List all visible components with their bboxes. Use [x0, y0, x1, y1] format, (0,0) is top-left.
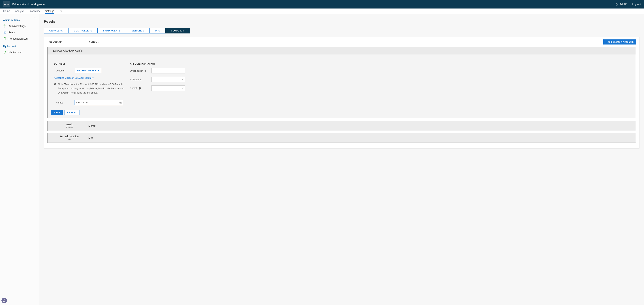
main-nav: Home Analysis Inventory Settings [0, 9, 644, 14]
row-subtitle: Mist [50, 138, 88, 141]
secret-label: Secret: ? [130, 87, 149, 90]
dark-mode-toggle[interactable]: DARK [616, 3, 627, 6]
tab-controllers[interactable]: CONTROLLERS [68, 28, 98, 34]
sidebar-item-remediation-log[interactable]: Remediation Log [0, 36, 39, 42]
contact-card-icon [119, 101, 122, 104]
add-cloud-api-config-button[interactable]: + ADD CLOUD API CONFIG [603, 40, 636, 45]
brand-logo: vmw [3, 1, 10, 8]
svg-rect-7 [4, 38, 6, 40]
sidebar-section-admin: Admin Settings [0, 16, 39, 23]
svg-point-16 [182, 88, 182, 89]
svg-point-12 [120, 102, 121, 103]
top-header: vmw Edge Network Intelligence DARK Log o… [0, 0, 644, 9]
bell-icon [3, 51, 6, 54]
sidebar-collapse-button[interactable] [34, 16, 37, 20]
api-config-column: API CONFIGURATION: Organization Id: API … [127, 63, 632, 109]
sidebar-item-admin-settings[interactable]: Admin Settings [0, 23, 39, 29]
search-button[interactable] [59, 9, 62, 14]
vendors-dropdown[interactable]: MICROSOFT 365 [75, 68, 102, 73]
moon-icon [616, 3, 618, 6]
nav-home[interactable]: Home [3, 9, 10, 14]
note-text: Note: To activate the Microsoft 365 API,… [58, 82, 124, 95]
cancel-button[interactable]: CANCEL [64, 110, 80, 115]
authorize-link[interactable]: Authorize Microsoft 365 Application [54, 77, 94, 79]
edit-block-title: Edit/Add Cloud API Config [48, 47, 636, 55]
name-input[interactable] [74, 100, 123, 105]
help-fab[interactable] [2, 298, 7, 303]
chat-icon [3, 299, 6, 302]
save-button[interactable]: SAVE [51, 110, 63, 115]
details-title: DETAILS: [54, 63, 124, 65]
org-id-input[interactable] [152, 68, 185, 74]
details-column: DETAILS: Vendors: MICROSOFT 365 A [51, 63, 127, 109]
sidebar-item-my-account[interactable]: My Account [0, 49, 39, 55]
external-link-icon [92, 77, 94, 79]
key-icon [182, 87, 184, 89]
vendors-label: Vendors: [56, 69, 65, 72]
tab-crawlers[interactable]: CRAWLERS [44, 28, 68, 34]
list-icon [3, 31, 6, 34]
note-block: i Note: To activate the Microsoft 365 AP… [54, 82, 124, 95]
search-icon [59, 10, 62, 13]
name-label: Name: [56, 101, 63, 104]
api-config-title: API CONFIGURATION: [130, 63, 629, 65]
cloud-api-row[interactable]: test add location Mist Mist [47, 133, 636, 143]
page-title: Feeds [44, 19, 640, 24]
feeds-tab-group: CRAWLERS CONTROLLERS SNMP AGENTS SWITCHE… [44, 28, 640, 34]
tab-cloud-api[interactable]: CLOUD API [166, 28, 190, 34]
panel-header-row: CLOUD API VENDOR + ADD CLOUD API CONFIG [47, 40, 636, 45]
logout-link[interactable]: Log out [632, 3, 641, 6]
sidebar-item-label: Remediation Log [8, 37, 28, 40]
nav-inventory[interactable]: Inventory [30, 9, 40, 14]
nav-analysis[interactable]: Analysis [15, 9, 24, 14]
cloud-api-panel: CLOUD API VENDOR + ADD CLOUD API CONFIG … [44, 37, 640, 149]
svg-line-8 [92, 77, 94, 78]
svg-point-0 [60, 10, 61, 12]
secret-input[interactable] [152, 85, 185, 91]
sidebar-item-label: Admin Settings [8, 25, 26, 28]
api-tokens-input[interactable] [152, 77, 185, 82]
nav-settings[interactable]: Settings [45, 9, 54, 14]
svg-line-1 [61, 12, 62, 12]
app-title: Edge Network Intelligence [12, 3, 45, 6]
edit-add-config-block: Edit/Add Cloud API Config DETAILS: Vendo… [47, 47, 636, 118]
authorize-link-text: Authorize Microsoft 365 Application [54, 77, 91, 79]
sidebar: Admin Settings Admin Settings Feeds Reme… [0, 14, 39, 305]
sidebar-section-my-account: My Account [0, 42, 39, 49]
cloud-api-row[interactable]: meraki Meraki Meraki [47, 121, 636, 131]
svg-point-2 [4, 26, 5, 26]
vendors-value: MICROSOFT 365 [77, 69, 96, 72]
api-tokens-label: API tokens: [130, 78, 149, 81]
chevron-double-left-icon [34, 16, 37, 19]
help-icon[interactable]: ? [139, 87, 141, 90]
info-icon: i [54, 83, 56, 85]
tab-switches[interactable]: SWITCHES [126, 28, 150, 34]
column-header-vendor: VENDOR [89, 41, 99, 43]
key-icon [182, 78, 184, 81]
row-name: test add location [50, 135, 88, 138]
caret-down-icon [98, 70, 99, 71]
org-id-label: Organization Id: [130, 70, 149, 72]
row-vendor: Meraki [88, 124, 96, 127]
tab-snmp-agents[interactable]: SNMP AGENTS [98, 28, 126, 34]
main-content: Feeds CRAWLERS CONTROLLERS SNMP AGENTS S… [39, 14, 644, 305]
sidebar-item-label: Feeds [8, 31, 16, 34]
row-subtitle: Meraki [50, 126, 88, 129]
tab-ups[interactable]: UPS [150, 28, 166, 34]
row-name: meraki [50, 123, 88, 126]
clipboard-check-icon [3, 37, 6, 40]
sidebar-item-label: My Account [8, 51, 22, 54]
column-header-cloud-api: CLOUD API [49, 41, 78, 43]
sidebar-item-feeds[interactable]: Feeds [0, 29, 39, 36]
svg-point-15 [182, 79, 182, 80]
dark-label: DARK [620, 3, 627, 6]
gear-icon [3, 25, 6, 28]
row-vendor: Mist [88, 136, 93, 139]
